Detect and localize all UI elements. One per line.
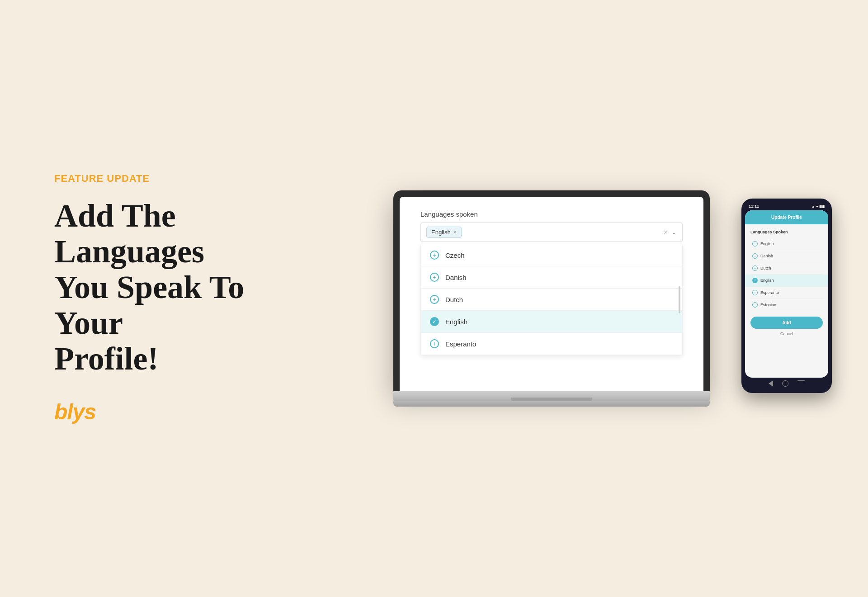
list-item[interactable]: + Dutch: [421, 289, 682, 311]
phone-lang-name: Estonian: [760, 303, 776, 307]
phone-lang-name: Dutch: [760, 266, 771, 270]
phone-body: 11:11 ▲ ● ▮▮▮ Update Profile Languages S…: [741, 199, 832, 393]
phone-home-icon[interactable]: [782, 380, 788, 387]
phone-back-icon[interactable]: [769, 380, 773, 387]
feature-update-label: FEATURE UPDATE: [54, 173, 271, 185]
brand-logo: blys: [54, 399, 271, 424]
phone-status-bar: 11:11 ▲ ● ▮▮▮: [745, 202, 828, 210]
language-name: Czech: [445, 251, 465, 259]
laptop-bezel: Languages spoken English × × ⌄: [393, 190, 710, 391]
phone-lang-name: English: [760, 278, 774, 283]
add-circle-icon: +: [430, 273, 439, 282]
language-name: Danish: [445, 274, 467, 281]
phone-add-icon: +: [752, 302, 758, 308]
input-actions: × ⌄: [664, 228, 677, 237]
phone-list-item-selected[interactable]: ✓ English: [745, 275, 828, 287]
tag-close-icon[interactable]: ×: [453, 229, 457, 236]
language-list: + Czech + Danish: [420, 244, 683, 355]
language-selector-title: Languages spoken: [420, 210, 683, 218]
laptop-stand: [393, 401, 710, 407]
list-item[interactable]: + Esperanto: [421, 333, 682, 355]
phone-add-button[interactable]: Add: [750, 317, 823, 329]
phone-content: Languages Spoken + English + Danish + Du…: [745, 224, 828, 341]
phone-check-icon: ✓: [752, 278, 758, 283]
heading-line3: Profile!: [54, 341, 159, 377]
phone-header: Update Profile: [745, 210, 828, 224]
clear-button[interactable]: ×: [664, 228, 668, 237]
page-container: FEATURE UPDATE Add The Languages You Spe…: [0, 0, 868, 597]
list-item[interactable]: + Czech: [421, 244, 682, 266]
phone-header-title: Update Profile: [750, 215, 823, 220]
phone-lang-name: English: [760, 242, 774, 246]
phone-add-icon: +: [752, 241, 758, 246]
phone-add-icon: +: [752, 265, 758, 271]
language-name: English: [445, 318, 467, 326]
language-name: Dutch: [445, 296, 463, 303]
phone-mockup: 11:11 ▲ ● ▮▮▮ Update Profile Languages S…: [741, 199, 832, 393]
laptop-base: [393, 391, 710, 401]
add-circle-icon: +: [430, 339, 439, 348]
phone-lang-name: Esperanto: [760, 290, 779, 295]
phone-list-item[interactable]: + English: [750, 238, 823, 250]
phone-list-item[interactable]: + Esperanto: [750, 287, 823, 299]
language-input-bar[interactable]: English × × ⌄: [420, 223, 683, 242]
language-tag-english: English ×: [426, 227, 462, 238]
phone-list-item[interactable]: + Dutch: [750, 262, 823, 275]
main-heading: Add The Languages You Speak To Your Prof…: [54, 198, 271, 377]
phone-screen: Update Profile Languages Spoken + Englis…: [745, 210, 828, 378]
right-section: Languages spoken English × × ⌄: [289, 190, 814, 407]
check-icon: ✓: [430, 317, 439, 326]
phone-recents-icon[interactable]: [797, 380, 805, 381]
tag-text: English: [431, 229, 451, 236]
heading-line2: You Speak To Your: [54, 269, 244, 341]
phone-add-icon: +: [752, 253, 758, 259]
laptop-mockup: Languages spoken English × × ⌄: [393, 190, 710, 407]
phone-lang-name: Danish: [760, 254, 773, 258]
phone-add-icon: +: [752, 290, 758, 295]
chevron-down-icon[interactable]: ⌄: [671, 228, 677, 236]
phone-nav-bar: [745, 378, 828, 389]
language-name: Esperanto: [445, 340, 476, 348]
phone-time: 11:11: [749, 204, 759, 208]
phone-list-item[interactable]: + Danish: [750, 250, 823, 262]
list-item[interactable]: + Danish: [421, 266, 682, 289]
left-section: FEATURE UPDATE Add The Languages You Spe…: [54, 173, 289, 425]
list-item-selected[interactable]: ✓ English: [421, 311, 682, 333]
language-selector: Languages spoken English × × ⌄: [420, 210, 683, 355]
add-circle-icon: +: [430, 295, 439, 304]
add-circle-icon: +: [430, 251, 439, 260]
phone-cancel-button[interactable]: Cancel: [750, 332, 823, 336]
phone-section-title: Languages Spoken: [750, 230, 823, 234]
scrollbar[interactable]: [679, 286, 680, 313]
phone-list-item[interactable]: + Estonian: [750, 299, 823, 311]
laptop-screen: Languages spoken English × × ⌄: [400, 197, 703, 391]
phone-status-icons: ▲ ● ▮▮▮: [811, 204, 825, 208]
heading-line1: Add The Languages: [54, 198, 204, 270]
